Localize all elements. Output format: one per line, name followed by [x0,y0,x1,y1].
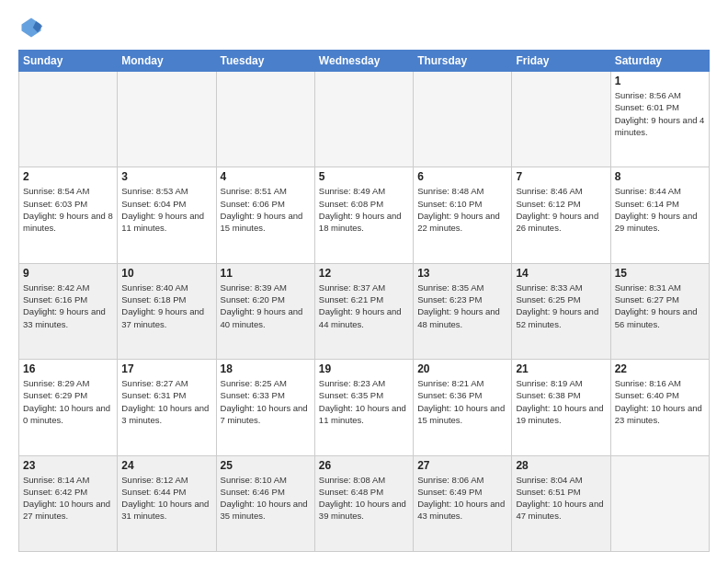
calendar-day-cell: 13Sunrise: 8:35 AM Sunset: 6:23 PM Dayli… [414,263,512,359]
header [18,15,710,40]
calendar-day-cell: 18Sunrise: 8:25 AM Sunset: 6:33 PM Dayli… [216,360,314,455]
calendar-day-cell: 6Sunrise: 8:48 AM Sunset: 6:10 PM Daylig… [414,167,512,263]
day-number: 21 [516,362,606,375]
day-number: 26 [319,459,409,472]
day-info: Sunrise: 8:25 AM Sunset: 6:33 PM Dayligh… [221,377,311,426]
calendar-day-cell: 4Sunrise: 8:51 AM Sunset: 6:06 PM Daylig… [216,167,314,263]
calendar-header-cell: Saturday [610,51,709,72]
calendar-day-cell [314,72,413,167]
calendar-day-cell [512,72,610,167]
day-number: 17 [121,362,211,375]
calendar-day-cell: 9Sunrise: 8:42 AM Sunset: 6:16 PM Daylig… [19,263,118,359]
day-number: 28 [516,459,606,472]
calendar-header-row: SundayMondayTuesdayWednesdayThursdayFrid… [19,51,710,72]
page: SundayMondayTuesdayWednesdayThursdayFrid… [0,0,728,563]
day-info: Sunrise: 8:35 AM Sunset: 6:23 PM Dayligh… [417,282,507,330]
calendar-day-cell [118,72,216,167]
calendar-header-cell: Friday [512,51,610,72]
calendar-day-cell: 23Sunrise: 8:14 AM Sunset: 6:42 PM Dayli… [19,455,118,551]
calendar-week-row: 23Sunrise: 8:14 AM Sunset: 6:42 PM Dayli… [19,455,710,551]
calendar-day-cell: 28Sunrise: 8:04 AM Sunset: 6:51 PM Dayli… [512,455,610,551]
calendar-day-cell: 14Sunrise: 8:33 AM Sunset: 6:25 PM Dayli… [512,263,610,359]
day-number: 23 [23,459,113,472]
day-info: Sunrise: 8:04 AM Sunset: 6:51 PM Dayligh… [516,474,606,523]
day-number: 6 [417,170,507,183]
day-info: Sunrise: 8:06 AM Sunset: 6:49 PM Dayligh… [417,474,507,523]
day-info: Sunrise: 8:10 AM Sunset: 6:46 PM Dayligh… [221,474,311,523]
day-number: 25 [221,459,311,472]
day-info: Sunrise: 8:44 AM Sunset: 6:14 PM Dayligh… [615,185,705,234]
day-info: Sunrise: 8:14 AM Sunset: 6:42 PM Dayligh… [23,474,113,523]
day-number: 1 [615,75,705,87]
calendar-table: SundayMondayTuesdayWednesdayThursdayFrid… [18,50,710,552]
day-number: 18 [221,362,311,375]
calendar-day-cell: 8Sunrise: 8:44 AM Sunset: 6:14 PM Daylig… [610,167,709,263]
calendar-day-cell: 3Sunrise: 8:53 AM Sunset: 6:04 PM Daylig… [118,167,216,263]
day-number: 4 [221,170,311,183]
calendar-day-cell [414,72,512,167]
calendar-header-cell: Sunday [19,51,118,72]
calendar-header-cell: Thursday [414,51,512,72]
calendar-day-cell [610,455,709,551]
day-number: 19 [319,362,409,375]
day-info: Sunrise: 8:56 AM Sunset: 6:01 PM Dayligh… [615,89,705,138]
calendar-day-cell: 16Sunrise: 8:29 AM Sunset: 6:29 PM Dayli… [19,360,118,455]
calendar-day-cell: 27Sunrise: 8:06 AM Sunset: 6:49 PM Dayli… [414,455,512,551]
calendar-day-cell [216,72,314,167]
day-number: 11 [221,267,311,280]
day-info: Sunrise: 8:40 AM Sunset: 6:18 PM Dayligh… [121,282,211,330]
day-info: Sunrise: 8:54 AM Sunset: 6:03 PM Dayligh… [23,185,113,234]
day-info: Sunrise: 8:49 AM Sunset: 6:08 PM Dayligh… [319,185,409,234]
calendar-week-row: 9Sunrise: 8:42 AM Sunset: 6:16 PM Daylig… [19,263,710,359]
day-number: 12 [319,267,409,280]
day-info: Sunrise: 8:08 AM Sunset: 6:48 PM Dayligh… [319,474,409,523]
calendar-day-cell: 10Sunrise: 8:40 AM Sunset: 6:18 PM Dayli… [118,263,216,359]
day-number: 16 [23,362,113,375]
day-info: Sunrise: 8:29 AM Sunset: 6:29 PM Dayligh… [23,377,113,426]
day-number: 13 [417,267,507,280]
calendar-day-cell: 21Sunrise: 8:19 AM Sunset: 6:38 PM Dayli… [512,360,610,455]
day-info: Sunrise: 8:53 AM Sunset: 6:04 PM Dayligh… [121,185,211,234]
day-number: 7 [516,170,606,183]
logo-icon [18,15,44,40]
calendar-body: 1Sunrise: 8:56 AM Sunset: 6:01 PM Daylig… [19,72,710,552]
day-info: Sunrise: 8:39 AM Sunset: 6:20 PM Dayligh… [221,282,311,330]
calendar-day-cell [19,72,118,167]
calendar-day-cell: 19Sunrise: 8:23 AM Sunset: 6:35 PM Dayli… [314,360,413,455]
day-number: 9 [23,267,113,280]
day-info: Sunrise: 8:19 AM Sunset: 6:38 PM Dayligh… [516,377,606,426]
calendar-day-cell: 12Sunrise: 8:37 AM Sunset: 6:21 PM Dayli… [314,263,413,359]
day-info: Sunrise: 8:12 AM Sunset: 6:44 PM Dayligh… [121,474,211,523]
day-number: 27 [417,459,507,472]
day-number: 15 [615,267,705,280]
calendar-day-cell: 7Sunrise: 8:46 AM Sunset: 6:12 PM Daylig… [512,167,610,263]
day-number: 20 [417,362,507,375]
day-number: 22 [615,362,705,375]
day-number: 3 [121,170,211,183]
day-number: 10 [121,267,211,280]
day-info: Sunrise: 8:31 AM Sunset: 6:27 PM Dayligh… [615,282,705,330]
day-info: Sunrise: 8:37 AM Sunset: 6:21 PM Dayligh… [319,282,409,330]
calendar-week-row: 2Sunrise: 8:54 AM Sunset: 6:03 PM Daylig… [19,167,710,263]
calendar-day-cell: 24Sunrise: 8:12 AM Sunset: 6:44 PM Dayli… [118,455,216,551]
calendar-header-cell: Wednesday [314,51,413,72]
calendar-day-cell: 15Sunrise: 8:31 AM Sunset: 6:27 PM Dayli… [610,263,709,359]
day-number: 2 [23,170,113,183]
day-number: 14 [516,267,606,280]
day-info: Sunrise: 8:16 AM Sunset: 6:40 PM Dayligh… [615,377,705,426]
calendar-week-row: 1Sunrise: 8:56 AM Sunset: 6:01 PM Daylig… [19,72,710,167]
calendar-day-cell: 5Sunrise: 8:49 AM Sunset: 6:08 PM Daylig… [314,167,413,263]
calendar-day-cell: 26Sunrise: 8:08 AM Sunset: 6:48 PM Dayli… [314,455,413,551]
calendar-header-cell: Tuesday [216,51,314,72]
calendar-header-cell: Monday [118,51,216,72]
calendar-week-row: 16Sunrise: 8:29 AM Sunset: 6:29 PM Dayli… [19,360,710,455]
calendar-day-cell: 17Sunrise: 8:27 AM Sunset: 6:31 PM Dayli… [118,360,216,455]
calendar-day-cell: 11Sunrise: 8:39 AM Sunset: 6:20 PM Dayli… [216,263,314,359]
day-number: 8 [615,170,705,183]
day-info: Sunrise: 8:33 AM Sunset: 6:25 PM Dayligh… [516,282,606,330]
calendar-day-cell: 2Sunrise: 8:54 AM Sunset: 6:03 PM Daylig… [19,167,118,263]
calendar-day-cell: 1Sunrise: 8:56 AM Sunset: 6:01 PM Daylig… [610,72,709,167]
calendar-day-cell: 20Sunrise: 8:21 AM Sunset: 6:36 PM Dayli… [414,360,512,455]
day-info: Sunrise: 8:48 AM Sunset: 6:10 PM Dayligh… [417,185,507,234]
day-info: Sunrise: 8:27 AM Sunset: 6:31 PM Dayligh… [121,377,211,426]
